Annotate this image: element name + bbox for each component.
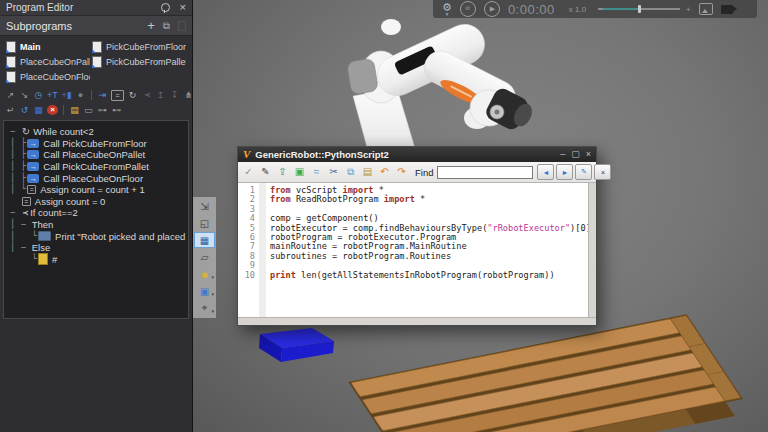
find-previous-button[interactable]: ◄: [537, 164, 554, 180]
speed-slider[interactable]: [598, 4, 680, 14]
redo-icon[interactable]: ↷: [395, 165, 408, 179]
continue-statement-icon[interactable]: ↧: [169, 89, 180, 101]
tree-item-label: While count<2: [33, 126, 93, 137]
comment-icon[interactable]: ▤: [69, 104, 80, 116]
tree-item[interactable]: └#: [10, 254, 186, 266]
reset-simulation-button[interactable]: «: [460, 1, 476, 17]
find-label: Find: [415, 167, 433, 178]
tree-item[interactable]: │ └Print "Robot picked and placed a cube…: [10, 230, 186, 242]
sync-statement-icon[interactable]: ↺: [19, 104, 30, 116]
undo-icon[interactable]: ↶: [378, 165, 391, 179]
tree-item-label: Else: [32, 242, 50, 253]
close-find-button[interactable]: ×: [594, 164, 611, 180]
wait-input-icon[interactable]: ⊷: [111, 104, 122, 116]
tree-item[interactable]: │ − Else: [10, 242, 186, 254]
tree-item[interactable]: │ − Then: [10, 219, 186, 231]
simulation-settings-button[interactable]: ⚙ ▼: [442, 2, 452, 16]
set-output-icon[interactable]: ⊶: [97, 104, 108, 116]
subprogram-label: Main: [20, 42, 41, 52]
if-statement-icon: Y: [21, 210, 29, 215]
assign-variable-icon[interactable]: =: [111, 90, 124, 101]
close-button[interactable]: ×: [586, 150, 591, 159]
script-window-titlebar[interactable]: V GenericRobot::PythonScript2 – ▢ ×: [238, 147, 596, 162]
subprogram-item[interactable]: PlaceCubeOnPallet: [6, 56, 90, 68]
return-statement-icon[interactable]: ↵: [5, 104, 16, 116]
break-statement-icon[interactable]: ↥: [155, 89, 166, 101]
find-next-button[interactable]: ►: [556, 164, 573, 180]
screenshot-icon[interactable]: [699, 3, 713, 15]
maximize-button[interactable]: ▢: [571, 150, 580, 159]
orthographic-view-icon[interactable]: ▱: [194, 249, 215, 265]
subprogram-item[interactable]: PlaceCubeOnFloor: [6, 71, 90, 83]
toolbar-divider: [63, 105, 64, 115]
code-editor[interactable]: 1from vcScript import *2from ReadRobotPr…: [238, 183, 596, 317]
import-icon[interactable]: ▣: [293, 165, 306, 179]
copy-icon[interactable]: ⧉: [344, 165, 357, 179]
record-video-icon[interactable]: [721, 5, 733, 14]
wait-signal-icon[interactable]: ▦: [33, 104, 44, 116]
tree-item[interactable]: │ ├→Call PickCubeFromFloor: [10, 138, 186, 150]
code-line: 8subroutines = robotProgram.Routines: [238, 252, 589, 261]
tree-item[interactable]: − YIf count==2: [10, 207, 186, 219]
delete-subprogram-icon[interactable]: [178, 21, 186, 31]
camera-view-icon[interactable]: ▣▾: [194, 283, 215, 299]
plan-view-icon[interactable]: ▦: [194, 232, 215, 248]
pin-icon[interactable]: [161, 3, 170, 12]
render-mode-icon[interactable]: ■▾: [194, 266, 215, 282]
fit-view-icon[interactable]: ⇲: [194, 198, 215, 214]
subprogram-item[interactable]: PickCubeFromPallet: [92, 56, 186, 68]
tree-item[interactable]: │ ├→Call PickCubeFromPallet: [10, 161, 186, 173]
rewind-icon: «: [465, 4, 470, 13]
branch-statement-icon[interactable]: ⋔: [183, 89, 194, 101]
frame-view-icon[interactable]: ◱: [194, 215, 215, 231]
find-input[interactable]: [437, 166, 533, 179]
tree-item[interactable]: − ↻While count<2: [10, 126, 186, 138]
cut-icon[interactable]: ✂: [327, 165, 340, 179]
delay-icon[interactable]: ◷: [33, 89, 44, 101]
paste-icon[interactable]: ▤: [361, 165, 374, 179]
code-line: 2from ReadRobotProgram import *: [238, 195, 589, 204]
while-statement-icon[interactable]: ↻: [127, 89, 138, 101]
edit-tool-icon[interactable]: ✎: [259, 165, 272, 179]
halt-icon[interactable]: +T: [47, 89, 58, 101]
highlight-all-button[interactable]: ✎: [575, 164, 592, 180]
monitor-icon[interactable]: ▭: [83, 104, 94, 116]
tree-item[interactable]: │ ├→Call PlaceCubeOnPallet: [10, 149, 186, 161]
minimize-button[interactable]: –: [560, 150, 565, 159]
delete-statement-icon[interactable]: ×: [47, 105, 58, 115]
if-statement-icon[interactable]: Y: [141, 90, 153, 101]
subprogram-doc-icon: [6, 41, 16, 53]
close-panel-icon[interactable]: ×: [180, 2, 186, 13]
tree-item[interactable]: │ ├→Call PlaceCubeOnFloor: [10, 172, 186, 184]
compile-icon[interactable]: ✓: [242, 165, 255, 179]
export-icon[interactable]: ⇪: [276, 165, 289, 179]
vertical-scrollbar[interactable]: [588, 183, 596, 317]
line-number: 5: [238, 224, 259, 233]
remote-call-icon[interactable]: +▮: [61, 89, 72, 101]
horizontal-scrollbar[interactable]: [238, 317, 596, 325]
subprogram-item[interactable]: PickCubeFromFloor: [92, 41, 186, 53]
line-number: 8: [238, 252, 259, 261]
add-subprogram-icon[interactable]: +: [147, 19, 155, 32]
origin-frame-icon[interactable]: ⌖▾: [194, 300, 215, 316]
print-statement-icon: [38, 231, 51, 241]
grasp-icon[interactable]: ●: [75, 89, 86, 101]
tree-guides: └: [10, 255, 37, 264]
linear-motion-icon[interactable]: ↘: [19, 89, 30, 101]
chevron-down-icon: ▾: [211, 275, 214, 280]
call-subroutine-icon[interactable]: ⇥: [97, 89, 108, 101]
tree-item[interactable]: =Assign count = 0: [10, 196, 186, 208]
play-simulation-button[interactable]: ▶: [484, 1, 500, 17]
speed-increase-icon[interactable]: +: [686, 5, 691, 14]
code-area[interactable]: 1from vcScript import *2from ReadRobotPr…: [238, 183, 589, 317]
tree-guides: │ −: [10, 220, 32, 229]
slider-handle[interactable]: [638, 5, 641, 13]
trace-icon[interactable]: ≈: [310, 165, 323, 179]
duplicate-subprogram-icon[interactable]: ⧉: [163, 21, 170, 31]
line-number: 3: [238, 205, 259, 214]
tree-guides: │ ├: [10, 162, 26, 171]
subprograms-title: Subprograms: [6, 20, 147, 32]
ptp-motion-icon[interactable]: ↗: [5, 89, 16, 101]
subprogram-item[interactable]: Main: [6, 41, 90, 53]
tree-item[interactable]: │ └=Assign count = count + 1: [10, 184, 186, 196]
